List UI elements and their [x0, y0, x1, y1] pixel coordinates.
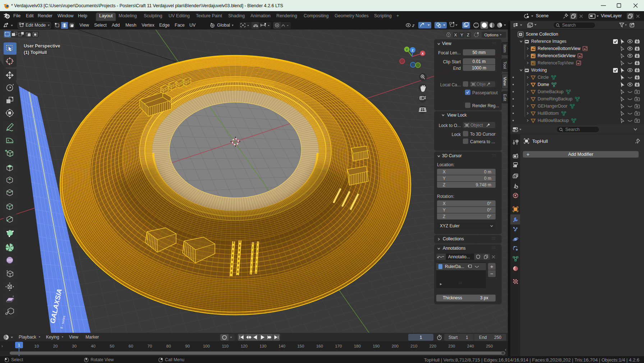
- svg-text:X: X: [422, 52, 424, 55]
- svg-text:Y: Y: [406, 48, 408, 51]
- svg-text:Z: Z: [411, 49, 414, 52]
